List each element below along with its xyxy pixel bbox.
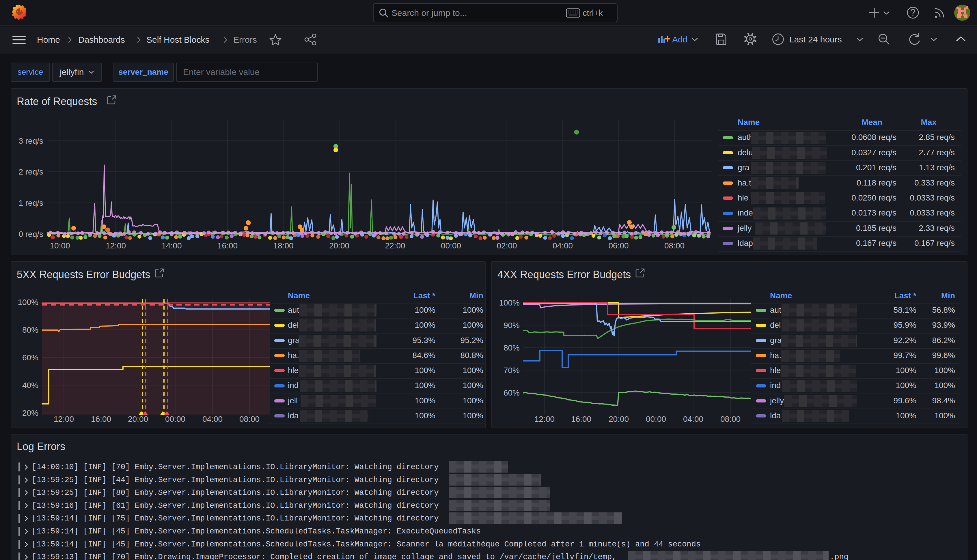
svg-text:06:00: 06:00 [608,241,628,250]
svg-text:16:00: 16:00 [217,241,237,250]
svg-text:100%: 100% [499,298,520,307]
svg-text:3 req/s: 3 req/s [18,137,43,145]
svg-text:08:00: 08:00 [239,415,260,423]
svg-text:14:00: 14:00 [161,241,182,250]
svg-text:08:00: 08:00 [720,415,741,423]
svg-text:12:00: 12:00 [534,415,554,423]
svg-text:2 req/s: 2 req/s [18,167,43,176]
svg-text:18:00: 18:00 [273,241,293,250]
svg-text:12:00: 12:00 [106,241,126,250]
svg-text:16:00: 16:00 [91,415,111,423]
svg-text:70%: 70% [504,366,520,375]
svg-text:08:00: 08:00 [664,241,685,250]
svg-text:22:00: 22:00 [385,241,405,250]
svg-text:16:00: 16:00 [571,415,591,423]
svg-text:04:00: 04:00 [683,415,703,423]
svg-text:00:00: 00:00 [441,241,461,250]
svg-text:04:00: 04:00 [202,415,222,423]
svg-text:20:00: 20:00 [609,415,629,423]
svg-text:20:00: 20:00 [329,241,349,250]
svg-text:20:00: 20:00 [128,415,148,423]
svg-text:40%: 40% [22,381,38,390]
svg-text:10:00: 10:00 [50,241,70,250]
svg-text:60%: 60% [504,388,520,397]
svg-text:04:00: 04:00 [553,241,573,250]
svg-text:100%: 100% [18,298,38,307]
svg-text:20%: 20% [22,408,38,417]
svg-text:80%: 80% [22,325,38,334]
svg-text:60%: 60% [22,353,38,362]
svg-text:80%: 80% [504,343,520,352]
svg-text:02:00: 02:00 [497,241,517,250]
svg-text:1 req/s: 1 req/s [18,198,43,207]
svg-text:90%: 90% [504,321,520,330]
svg-text:12:00: 12:00 [54,415,74,423]
svg-text:0 req/s: 0 req/s [18,230,43,238]
svg-text:00:00: 00:00 [646,415,666,423]
svg-text:00:00: 00:00 [165,415,185,423]
